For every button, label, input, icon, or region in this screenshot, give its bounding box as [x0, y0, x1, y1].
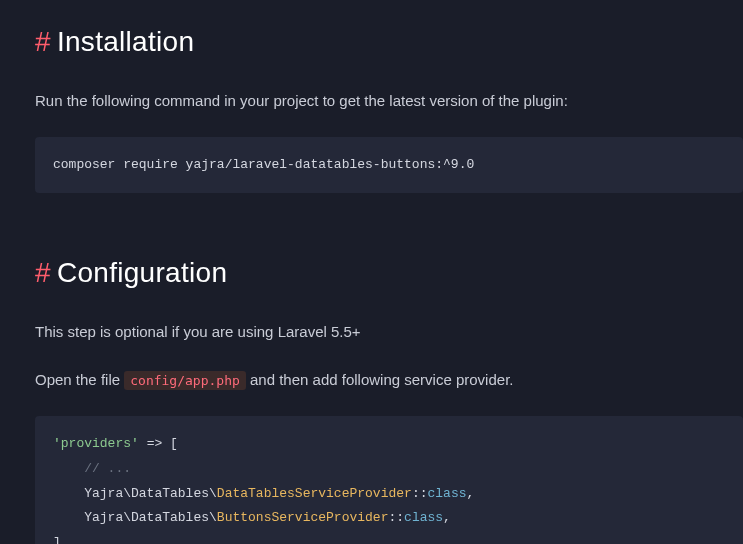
configuration-intro: This step is optional if you are using L…	[35, 320, 743, 344]
code-token: ,	[443, 510, 451, 525]
code-token: ButtonsServiceProvider	[217, 510, 389, 525]
code-token: class	[427, 486, 466, 501]
code-token: ::	[388, 510, 404, 525]
code-token: 'providers'	[53, 436, 139, 451]
code-token: => [	[139, 436, 178, 451]
hash-icon: #	[35, 26, 51, 57]
installation-code-block[interactable]: composer require yajra/laravel-datatable…	[35, 137, 743, 194]
code-token: DataTablesServiceProvider	[217, 486, 412, 501]
installation-heading: #Installation	[35, 20, 743, 65]
configuration-heading: #Configuration	[35, 251, 743, 296]
code-token: Yajra\DataTables\	[53, 510, 217, 525]
code-token: class	[404, 510, 443, 525]
heading-text: Configuration	[57, 257, 227, 288]
code-token: ,	[467, 486, 475, 501]
installation-intro: Run the following command in your projec…	[35, 89, 743, 113]
hash-icon: #	[35, 257, 51, 288]
configuration-openfile: Open the file config/app.php and then ad…	[35, 368, 743, 392]
code-token: // ...	[53, 461, 131, 476]
code-token: ::	[412, 486, 428, 501]
configuration-code-block[interactable]: 'providers' => [ // ... Yajra\DataTables…	[35, 416, 743, 544]
code-text: composer require yajra/laravel-datatable…	[53, 157, 474, 172]
code-token: ],	[53, 535, 69, 544]
heading-text: Installation	[57, 26, 194, 57]
inline-code-filepath: config/app.php	[124, 371, 246, 390]
code-token: Yajra\DataTables\	[53, 486, 217, 501]
